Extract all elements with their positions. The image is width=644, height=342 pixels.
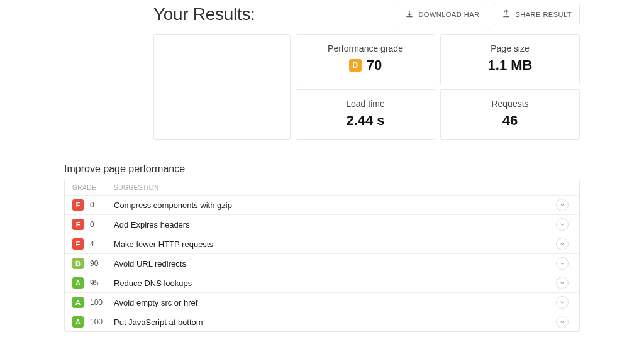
chevron-down-icon xyxy=(559,259,565,268)
grade-score: 90 xyxy=(90,259,98,268)
table-row[interactable]: A95Reduce DNS lookups xyxy=(65,273,579,293)
grade-score: 0 xyxy=(90,201,94,209)
row-suggestion: Add Expires headers xyxy=(114,220,553,229)
row-suggestion: Make fewer HTTP requests xyxy=(114,240,553,249)
grade-letter-badge: F xyxy=(72,199,84,211)
metric-value: 70 xyxy=(367,57,382,74)
row-grade: F4 xyxy=(72,238,114,250)
grade-score: 0 xyxy=(90,220,94,229)
preview-thumbnail xyxy=(153,34,291,140)
table-row[interactable]: F4Make fewer HTTP requests xyxy=(65,234,579,254)
metric-value: 1.1 MB xyxy=(488,57,533,74)
row-grade: A95 xyxy=(72,277,114,289)
table-row[interactable]: B90Avoid URL redirects xyxy=(65,254,579,273)
download-har-button[interactable]: DOWNLOAD HAR xyxy=(397,4,487,25)
expand-row-button[interactable] xyxy=(556,277,569,289)
expand-row-button[interactable] xyxy=(556,316,569,328)
share-result-label: SHARE RESULT xyxy=(515,11,572,18)
grade-letter-badge: A xyxy=(72,316,84,328)
grade-letter-badge: F xyxy=(72,238,84,250)
row-grade: F0 xyxy=(72,199,114,211)
grade-score: 100 xyxy=(90,317,103,326)
metric-load-time: Load time 2.44 s xyxy=(296,89,435,140)
grade-score: 100 xyxy=(90,298,103,307)
table-row[interactable]: F0Compress components with gzip xyxy=(65,196,579,215)
grade-score: 4 xyxy=(90,240,94,248)
chevron-down-icon xyxy=(559,298,565,307)
chevron-down-icon xyxy=(559,220,565,229)
metric-requests: Requests 46 xyxy=(440,89,580,140)
table-row[interactable]: F0Add Expires headers xyxy=(65,215,579,234)
row-grade: A100 xyxy=(72,297,114,308)
metric-value: 46 xyxy=(502,113,518,129)
col-header-grade: GRADE xyxy=(72,184,114,191)
table-header: GRADE SUGGESTION xyxy=(65,180,579,196)
grade-letter-badge: B xyxy=(72,258,84,269)
expand-row-button[interactable] xyxy=(556,218,569,231)
expand-row-button[interactable] xyxy=(556,296,569,309)
metric-label: Load time xyxy=(303,99,428,109)
col-header-suggestion: SUGGESTION xyxy=(114,184,553,191)
table-row[interactable]: A100Put JavaScript at bottom xyxy=(65,312,579,331)
expand-row-button[interactable] xyxy=(556,238,569,250)
improve-section-title: Improve page performance xyxy=(64,163,580,175)
row-grade: F0 xyxy=(72,219,114,230)
metric-value: 2.44 s xyxy=(346,113,384,129)
grade-score: 95 xyxy=(90,279,98,287)
download-icon xyxy=(405,9,414,19)
grade-letter-badge: F xyxy=(72,219,84,230)
row-suggestion: Avoid empty src or href xyxy=(114,298,553,307)
page-title: Your Results: xyxy=(153,4,255,25)
suggestions-table: GRADE SUGGESTION F0Compress components w… xyxy=(64,180,580,332)
chevron-down-icon xyxy=(559,279,565,288)
metric-label: Page size xyxy=(447,43,573,53)
share-result-button[interactable]: SHARE RESULT xyxy=(494,4,580,25)
share-icon xyxy=(502,9,511,19)
row-suggestion: Avoid URL redirects xyxy=(114,259,553,268)
grade-letter-badge: A xyxy=(72,297,84,308)
chevron-down-icon xyxy=(559,201,565,210)
metric-performance-grade: Performance grade D 70 xyxy=(296,34,435,84)
download-har-label: DOWNLOAD HAR xyxy=(418,11,479,18)
metric-label: Performance grade xyxy=(303,43,428,53)
row-grade: A100 xyxy=(72,316,114,328)
row-grade: B90 xyxy=(72,258,114,269)
metric-page-size: Page size 1.1 MB xyxy=(440,34,580,84)
row-suggestion: Put JavaScript at bottom xyxy=(114,317,553,327)
table-row[interactable]: A100Avoid empty src or href xyxy=(65,293,579,312)
row-suggestion: Compress components with gzip xyxy=(114,201,553,210)
grade-badge: D xyxy=(349,59,362,72)
row-suggestion: Reduce DNS lookups xyxy=(114,279,553,288)
chevron-down-icon xyxy=(559,317,565,327)
chevron-down-icon xyxy=(559,240,565,249)
expand-row-button[interactable] xyxy=(556,199,569,211)
metric-label: Requests xyxy=(447,99,573,109)
grade-letter-badge: A xyxy=(72,277,84,289)
expand-row-button[interactable] xyxy=(556,257,569,270)
